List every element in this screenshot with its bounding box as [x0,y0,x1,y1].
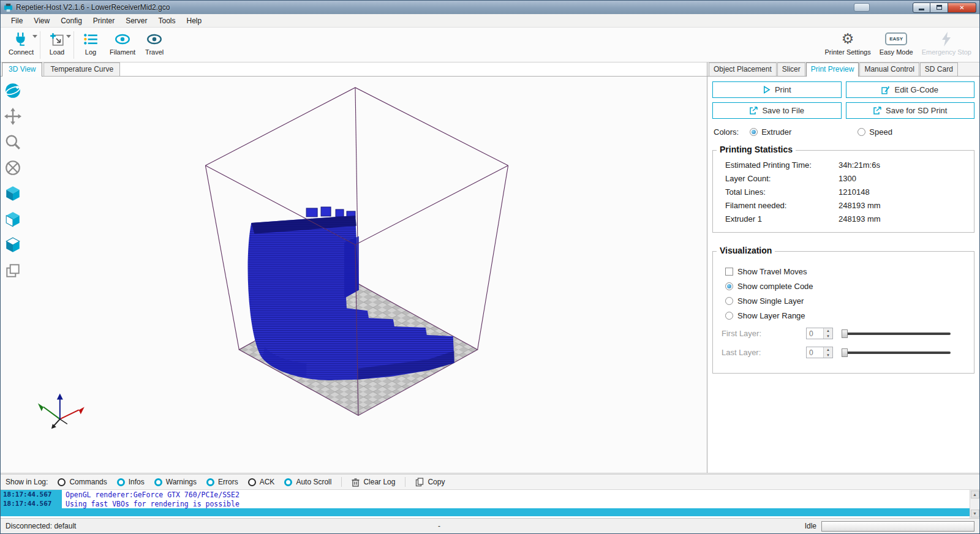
scroll-up-icon[interactable]: ▲ [971,491,979,498]
filter-warnings[interactable]: Warnings [154,478,197,486]
show-complete-code-option[interactable]: Show complete Code [725,282,967,291]
ack-toggle-icon[interactable] [248,478,256,486]
edit-gcode-button[interactable]: Edit G-Code [846,81,975,98]
colors-speed-option[interactable]: Speed [858,127,892,137]
extruder-radio[interactable] [750,128,758,136]
layer-range-radio[interactable] [725,312,733,320]
tab-object-placement[interactable]: Object Placement [709,62,777,76]
view-isometric-button[interactable] [2,183,23,204]
single-layer-radio[interactable] [725,297,733,305]
save-to-file-button[interactable]: Save to File [712,102,842,119]
right-panel-tabs: Object Placement Slicer Print Preview Ma… [707,62,979,77]
last-layer-slider[interactable] [842,347,951,358]
menu-tools[interactable]: Tools [153,15,181,27]
3d-scene[interactable] [1,77,707,473]
tab-3d-view[interactable]: 3D View [2,62,42,77]
menu-config[interactable]: Config [55,15,88,27]
infos-toggle-icon[interactable] [117,478,125,486]
clear-log-button[interactable]: Clear Log [352,478,395,487]
view-top-button[interactable] [2,235,23,255]
log-scrollbar[interactable]: ▲ ▼ [970,490,979,518]
scroll-down-icon[interactable]: ▼ [971,510,979,517]
last-layer-spinner[interactable]: 0 ▲▼ [806,347,833,358]
filter-autoscroll[interactable]: Auto Scroll [284,478,331,486]
easy-mode-label: Easy Mode [880,48,913,56]
log-lines[interactable]: 18:17:44.567 OpenGL renderer:GeForce GTX… [1,490,970,518]
titlebar-extra-button[interactable] [854,3,870,12]
view-move-button[interactable] [2,106,23,127]
show-layer-range-option[interactable]: Show Layer Range [725,311,967,320]
load-button[interactable]: Load [42,29,72,61]
titlebar[interactable]: Repetier-Host V2.1.6 - LowerReceiverMid2… [1,1,979,14]
printer-settings-button[interactable]: ⚙ Printer Settings [820,29,875,61]
easy-mode-button[interactable]: EASY Easy Mode [875,29,918,61]
close-icon: ✕ [959,4,964,11]
menu-server[interactable]: Server [120,15,153,27]
maximize-button[interactable] [930,2,948,13]
tab-temperature-curve[interactable]: Temperature Curve [43,62,120,76]
commands-toggle-icon[interactable] [58,478,66,486]
spinner-arrows[interactable]: ▲▼ [823,328,832,339]
axes-gizmo [38,394,85,429]
connect-button[interactable]: Connect [4,29,38,61]
complete-code-radio[interactable] [725,282,733,290]
filter-ack[interactable]: ACK [248,478,275,486]
spinner-arrows[interactable]: ▲▼ [823,347,832,358]
emergency-stop-button[interactable]: Emergency Stop [918,29,976,61]
copy-button[interactable]: Copy [415,478,445,487]
tab-slicer[interactable]: Slicer [777,62,805,76]
view-center-button[interactable] [2,157,23,178]
tab-sd-card[interactable]: SD Card [920,62,958,76]
close-button[interactable]: ✕ [948,2,976,13]
colors-extruder-option[interactable]: Extruder [750,127,791,137]
minimize-button[interactable] [913,2,930,13]
filter-infos[interactable]: Infos [117,478,145,486]
menu-view[interactable]: View [28,15,55,27]
last-layer-label: Last Layer: [720,348,806,357]
save-for-sd-button[interactable]: Save for SD Print [846,102,975,119]
slider-thumb[interactable] [842,348,848,357]
first-layer-spinner[interactable]: 0 ▲▼ [806,328,833,339]
main-area: 3D View Temperature Curve [1,62,979,473]
last-layer-value[interactable]: 0 [807,347,823,358]
show-travel-moves-option[interactable]: Show Travel Moves [725,267,967,276]
warnings-toggle-icon[interactable] [154,478,162,486]
speed-radio[interactable] [858,128,865,136]
layers-icon [4,262,21,279]
spin-up-icon[interactable]: ▲ [824,347,832,353]
emergency-stop-label: Emergency Stop [922,48,971,56]
travel-moves-checkbox[interactable] [725,268,733,276]
view-rotate-button[interactable] [2,80,23,101]
filter-errors[interactable]: Errors [206,478,238,486]
log-row[interactable]: 18:17:44.567 OpenGL renderer:GeForce GTX… [1,490,970,499]
filter-commands[interactable]: Commands [58,478,107,486]
print-button[interactable]: Print [712,81,842,98]
printer-settings-label: Printer Settings [824,48,870,56]
toggle-travel-button[interactable]: Travel [140,29,169,61]
print-preview-panel: Print Edit G-Code Sa [707,77,979,473]
spin-down-icon[interactable]: ▼ [824,334,832,339]
toggle-filament-button[interactable]: Filament [105,29,140,61]
spin-up-icon[interactable]: ▲ [824,328,832,334]
log-row[interactable]: 18:17:44.567 Using fast VBOs for renderi… [1,499,970,508]
connect-label: Connect [9,48,34,56]
toggle-objects-button[interactable] [2,260,23,281]
first-layer-slider[interactable] [842,328,951,339]
spin-down-icon[interactable]: ▼ [824,353,832,358]
first-layer-value[interactable]: 0 [807,328,823,339]
show-single-layer-option[interactable]: Show Single Layer [725,296,967,306]
load-dropdown-icon[interactable] [66,35,71,38]
slider-thumb[interactable] [842,329,848,338]
connect-dropdown-icon[interactable] [32,35,37,38]
toggle-log-button[interactable]: Log [76,29,105,61]
tab-print-preview[interactable]: Print Preview [806,62,859,77]
view-zoom-button[interactable] [2,132,23,152]
menu-help[interactable]: Help [181,15,208,27]
menu-file[interactable]: File [6,15,28,27]
errors-toggle-icon[interactable] [206,478,214,486]
tab-manual-control[interactable]: Manual Control [859,62,919,76]
edit-icon [881,86,890,94]
view-front-button[interactable] [2,209,23,230]
autoscroll-toggle-icon[interactable] [284,478,292,486]
menu-printer[interactable]: Printer [88,15,120,27]
